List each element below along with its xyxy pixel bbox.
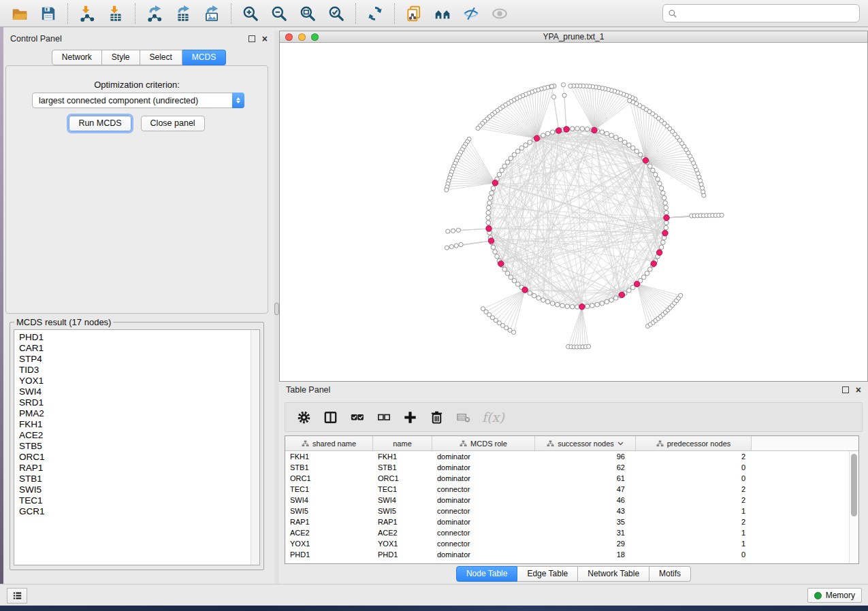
tab-style[interactable]: Style	[102, 50, 140, 65]
delete-rows-icon[interactable]	[428, 408, 445, 426]
cell-successor-nodes: 96	[535, 452, 636, 461]
table-panel-titlebar: Table Panel ×	[279, 382, 868, 398]
mcds-result-item[interactable]: SWI5	[19, 484, 251, 495]
mcds-result-item[interactable]: STB1	[19, 474, 251, 484]
cell-shared-name: YOX1	[285, 540, 373, 548]
import-network-icon[interactable]	[77, 3, 97, 24]
settings-icon[interactable]	[295, 408, 312, 426]
tab-mcds[interactable]: MCDS	[182, 50, 226, 65]
vertical-splitter[interactable]	[274, 31, 279, 584]
first-neighbors-icon[interactable]	[432, 3, 453, 24]
cell-name: STB1	[373, 463, 432, 472]
memory-label: Memory	[826, 591, 855, 600]
network-canvas[interactable]	[279, 43, 868, 382]
refresh-layout-icon[interactable]	[365, 3, 385, 24]
tab-network[interactable]: Network	[52, 50, 102, 65]
tab-edge-table[interactable]: Edge Table	[517, 566, 578, 582]
save-session-icon[interactable]	[38, 3, 59, 24]
table-row[interactable]: STB1STB1dominator620	[285, 462, 849, 473]
export-table-icon[interactable]	[173, 3, 193, 24]
mcds-result-item[interactable]: SWI4	[19, 386, 251, 397]
column-header-predecessor-nodes[interactable]: predecessor nodes	[636, 436, 752, 450]
table-scrollbar[interactable]	[849, 451, 858, 563]
cell-predecessor-nodes: 0	[636, 463, 752, 472]
mcds-result-item[interactable]: ORC1	[19, 452, 251, 463]
column-header-MCDS-role[interactable]: MCDS role	[432, 436, 535, 450]
tab-node-table[interactable]: Node Table	[456, 566, 518, 582]
cell-name: RAP1	[373, 518, 432, 526]
column-header-name[interactable]: name	[373, 436, 432, 450]
criterion-dropdown[interactable]: largest connected component (undirected)	[32, 93, 244, 108]
network-graph[interactable]	[280, 43, 867, 380]
zoom-fit-icon[interactable]	[298, 3, 318, 24]
search-box[interactable]	[662, 4, 860, 22]
mcds-result-item[interactable]: YOX1	[19, 376, 251, 386]
column-header-shared-name[interactable]: shared name	[285, 436, 373, 450]
mcds-result-item[interactable]: TID3	[19, 365, 251, 376]
float-panel-icon[interactable]	[248, 35, 255, 42]
cell-name: YOX1	[373, 540, 432, 548]
tab-select[interactable]: Select	[140, 50, 182, 65]
search-input[interactable]	[681, 9, 854, 18]
clone-network-icon[interactable]	[404, 3, 424, 24]
table-row[interactable]: FKH1FKH1dominator962	[285, 451, 849, 462]
run-mcds-button[interactable]: Run MCDS	[69, 116, 131, 131]
open-session-icon[interactable]	[10, 3, 30, 24]
cell-predecessor-nodes: 2	[636, 485, 752, 493]
tab-network-table[interactable]: Network Table	[578, 566, 649, 582]
task-history-button[interactable]	[7, 588, 27, 604]
close-panel-icon[interactable]: ×	[262, 35, 268, 42]
export-network-icon[interactable]	[144, 3, 165, 24]
mcds-result-list: PHD1CAR1STP4TID3YOX1SWI4SRD1PMA2FKH1ACE2…	[14, 330, 251, 565]
mcds-result-item[interactable]: SRD1	[19, 397, 251, 408]
result-list-scrollbar[interactable]	[251, 330, 259, 565]
select-all-icon[interactable]	[348, 408, 366, 426]
column-type-icon	[302, 440, 309, 447]
cell-name: TEC1	[373, 485, 432, 493]
table-row[interactable]: RAP1RAP1dominator352	[285, 516, 849, 527]
mcds-result-item[interactable]: STP4	[19, 354, 251, 365]
mcds-result-item[interactable]: PMA2	[19, 408, 251, 419]
mcds-result-item[interactable]: STB5	[19, 441, 251, 452]
list-icon	[12, 590, 23, 601]
splitter-handle[interactable]	[274, 303, 279, 315]
mcds-result-item[interactable]: PHD1	[19, 332, 251, 343]
table-toolbar: f(x)	[285, 402, 863, 432]
float-table-panel-icon[interactable]	[842, 386, 849, 393]
table-row[interactable]: ORC1ORC1dominator610	[285, 473, 849, 484]
table-row[interactable]: TEC1TEC1connector472	[285, 484, 849, 495]
close-table-panel-icon[interactable]: ×	[856, 386, 861, 393]
column-header-successor-nodes[interactable]: successor nodes	[535, 436, 636, 450]
mcds-result-group: MCDS result (17 nodes) PHD1CAR1STP4TID3Y…	[10, 317, 264, 570]
memory-button[interactable]: Memory	[807, 588, 862, 603]
mcds-result-item[interactable]: ACE2	[19, 430, 251, 441]
column-label: name	[393, 440, 412, 448]
zoom-selected-icon[interactable]	[326, 3, 347, 24]
cell-shared-name: FKH1	[285, 452, 373, 461]
import-table-icon[interactable]	[106, 3, 126, 24]
deselect-all-icon[interactable]	[374, 408, 392, 426]
table-row[interactable]: YOX1YOX1connector291	[285, 538, 849, 549]
table-row[interactable]: SWI5SWI5connector431	[285, 506, 849, 516]
add-row-icon[interactable]	[401, 408, 419, 426]
export-image-icon[interactable]	[202, 3, 222, 24]
zoom-out-icon[interactable]	[269, 3, 289, 24]
hide-selected-icon[interactable]	[461, 3, 481, 24]
table-row[interactable]: ACE2ACE2connector311	[285, 527, 849, 538]
mcds-result-item[interactable]: TEC1	[19, 495, 251, 506]
table-row[interactable]: PHD1PHD1dominator180	[285, 549, 849, 560]
dropdown-stepper-icon	[232, 93, 244, 108]
mcds-result-item[interactable]: RAP1	[19, 463, 251, 474]
cell-shared-name: STB1	[285, 463, 373, 472]
table-row[interactable]: SWI4SWI4dominator462	[285, 495, 849, 506]
node-table: shared namenameMCDS rolesuccessor nodesp…	[285, 435, 859, 564]
tab-motifs[interactable]: Motifs	[649, 566, 691, 582]
show-columns-icon[interactable]	[321, 408, 339, 426]
table-scrollbar-thumb[interactable]	[851, 454, 857, 516]
close-panel-button[interactable]: Close panel	[141, 116, 205, 131]
mcds-result-item[interactable]: CAR1	[19, 343, 251, 354]
status-bar: Memory	[0, 584, 868, 606]
mcds-result-item[interactable]: FKH1	[19, 419, 251, 430]
zoom-in-icon[interactable]	[240, 3, 261, 24]
mcds-result-item[interactable]: GCR1	[19, 506, 251, 517]
